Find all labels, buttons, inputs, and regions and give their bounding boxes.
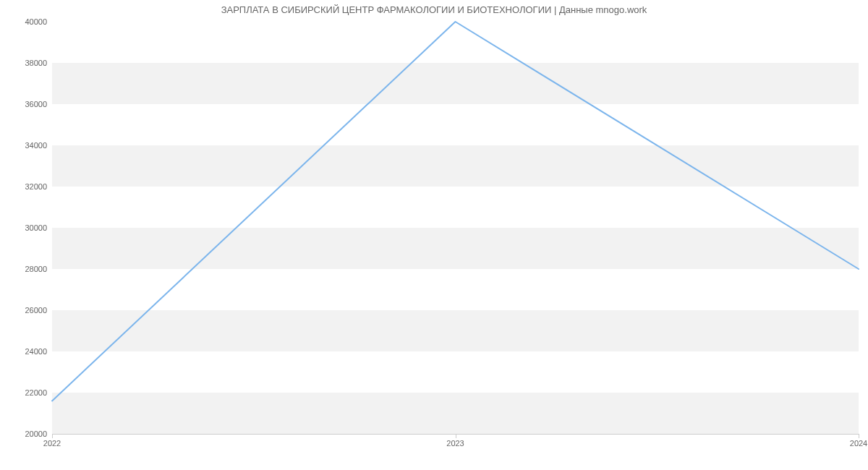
series-polyline — [52, 22, 859, 401]
line-series — [52, 22, 859, 434]
x-tick — [456, 434, 456, 438]
y-tick-label: 36000 — [25, 100, 47, 108]
y-tick-label: 32000 — [25, 182, 47, 191]
x-tick-label: 2024 — [850, 439, 867, 448]
y-tick-label: 28000 — [25, 265, 47, 273]
y-tick-label: 24000 — [25, 347, 47, 356]
y-tick-label: 22000 — [25, 388, 47, 397]
x-tick-label: 2023 — [446, 439, 464, 448]
y-tick-label: 38000 — [25, 59, 47, 67]
x-tick — [52, 434, 53, 438]
x-tick — [859, 434, 859, 438]
y-tick-label: 34000 — [25, 141, 47, 150]
chart-title: ЗАРПЛАТА В СИБИРСКИЙ ЦЕНТР ФАРМАКОЛОГИИ … — [0, 4, 868, 15]
y-tick-label: 20000 — [25, 430, 47, 438]
plot-area — [52, 22, 859, 435]
y-tick-label: 30000 — [25, 223, 47, 232]
y-tick-label: 40000 — [25, 17, 47, 26]
chart-container: ЗАРПЛАТА В СИБИРСКИЙ ЦЕНТР ФАРМАКОЛОГИИ … — [0, 0, 868, 470]
y-tick-label: 26000 — [25, 306, 47, 315]
x-tick-label: 2022 — [43, 439, 61, 448]
